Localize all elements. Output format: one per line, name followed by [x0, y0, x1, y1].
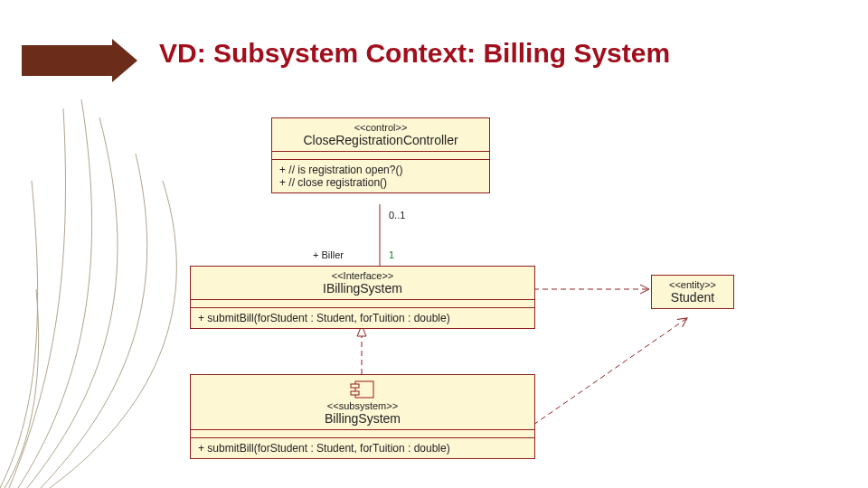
title-arrow-bar	[22, 45, 112, 76]
operation-label: + // is registration open?()	[279, 164, 482, 176]
operation-label: + // close registration()	[279, 176, 482, 189]
class-name-label: IBillingSystem	[198, 281, 527, 296]
empty-compartment	[272, 151, 489, 159]
interface-ibilling-system: <<Interface>> IBillingSystem + submitBil…	[190, 266, 535, 329]
role-label: + Biller	[313, 249, 344, 260]
class-name-label: BillingSystem	[198, 411, 527, 426]
slide: VD: Subsystem Context: Billing System 0.…	[0, 0, 868, 488]
title-arrow-head	[112, 39, 137, 82]
svg-rect-5	[351, 384, 359, 388]
mult-top-label: 0..1	[389, 210, 405, 221]
entity-student: <<entity>> Student	[651, 275, 734, 309]
operation-label: + submitBill(forStudent : Student, forTu…	[198, 442, 527, 455]
class-close-registration-controller: <<control>> CloseRegistrationController …	[271, 117, 490, 193]
stereotype-label: <<entity>>	[659, 279, 726, 290]
operation-label: + submitBill(forStudent : Student, forTu…	[198, 312, 527, 324]
stereotype-label: <<subsystem>>	[198, 400, 527, 411]
page-title: VD: Subsystem Context: Billing System	[159, 38, 670, 69]
class-name-label: CloseRegistrationController	[279, 133, 482, 147]
class-name-label: Student	[659, 290, 726, 305]
svg-rect-6	[351, 391, 359, 395]
empty-compartment	[191, 429, 534, 437]
svg-line-3	[533, 318, 687, 425]
stereotype-label: <<control>>	[279, 122, 482, 133]
subsystem-billing-system: <<subsystem>> BillingSystem + submitBill…	[190, 374, 535, 459]
mult-bottom-label: 1	[389, 249, 394, 260]
component-icon	[350, 380, 375, 399]
empty-compartment	[191, 299, 534, 307]
stereotype-label: <<Interface>>	[198, 270, 527, 281]
